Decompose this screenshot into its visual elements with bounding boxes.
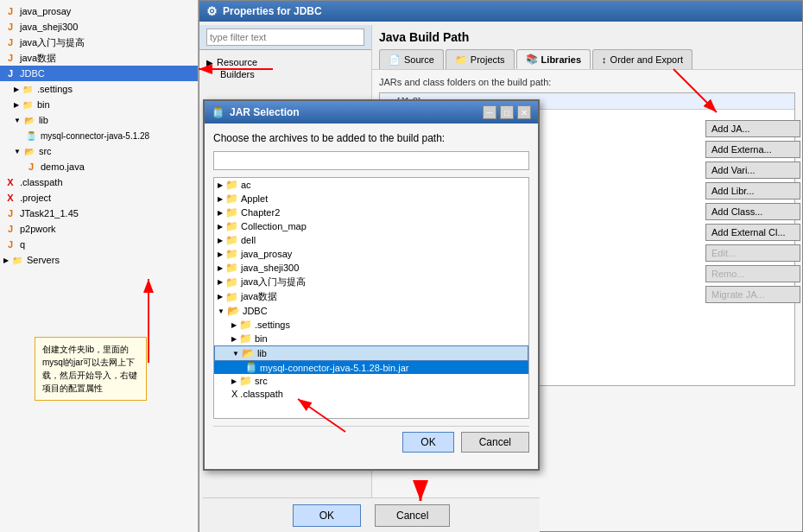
libraries-tab-icon: 📚 [526,54,538,65]
jar-tree-chapter2[interactable]: ▶ 📁 Chapter2 [214,206,528,219]
expand-icon: ▶ [231,321,237,329]
add-variable-button[interactable]: Add Vari... [705,162,800,179]
add-library-button[interactable]: Add Libr... [705,182,800,200]
properties-title: Properties for JDBC [223,5,322,17]
tab-order-export[interactable]: ↕ Order and Export [592,49,692,69]
tree-item-p2pwork[interactable]: J p2pwork [0,221,198,237]
folder-open-icon: 📂 [242,347,255,359]
expand-icon: ▼ [232,350,239,358]
tree-item-servers[interactable]: ▶ 📁 Servers [0,252,198,268]
jar-tree-mysql-jar[interactable]: 🫙 mysql-connector-java-5.1.28-bin.jar [214,361,528,374]
jar-tree-jdbc-settings[interactable]: ▶ 📁 .settings [214,318,528,332]
jar-tree-java-sheji300[interactable]: ▶ 📁 java_sheji300 [214,261,528,275]
jar-tree-dell[interactable]: ▶ 📁 dell [214,233,528,247]
jar-search-input[interactable] [213,151,529,170]
tree-item-mysql-jar[interactable]: 🫙 mysql-connector-java-5.1.28 [0,128,198,143]
jar-cancel-button[interactable]: Cancel [461,432,529,453]
ide-panel: J java_prosay J java_sheji300 J java入门与提… [0,0,199,532]
jar-tree-java-prosay[interactable]: ▶ 📁 java_prosay [214,247,528,261]
tree-item-q[interactable]: J q [0,237,198,252]
expand-icon: ▶ [218,264,223,272]
expand-icon: ▶ [218,237,223,244]
expand-icon: ▶ [3,256,9,264]
tree-item-src[interactable]: ▼ 📂 src [0,143,198,159]
folder-icon: 📁 [225,262,238,274]
file-icon: X [231,389,237,399]
xml-file-icon: X [3,191,17,205]
folder-icon: 📁 [225,248,238,260]
annotation-text: 创建文件夹lib，里面的mysql的jar可以去网上下载，然后开始导入，右键项目… [42,345,137,393]
jar-selection-dialog: 🫙 JAR Selection ─ □ ✕ Choose the archive… [203,99,540,471]
tab-projects[interactable]: 📁 Projects [446,49,515,69]
tree-item-java-data[interactable]: J java数据 [0,50,198,66]
sidebar-item-label: Resource [217,57,257,67]
folder-icon: 📁 [225,276,238,288]
folder-icon: 📁 [225,220,238,232]
properties-titlebar: ⚙ Properties for JDBC [199,1,802,22]
java-project-icon: J [3,51,17,65]
tab-source-label: Source [404,54,434,65]
jar-tree-jdbc-lib[interactable]: ▼ 📂 lib [214,345,528,361]
remove-button[interactable]: Remo... [705,265,800,282]
tab-libraries-label: Libraries [541,54,581,65]
main-dialog-bottom: OK Cancel [203,497,540,532]
jar-tree-jdbc-src[interactable]: ▶ 📁 src [214,374,528,388]
folder-icon: 📁 [239,375,252,387]
main-cancel-button[interactable]: Cancel [375,504,450,527]
tree-item-demo-java[interactable]: J demo.java [0,159,198,174]
java-project-icon: J [3,35,17,49]
tree-item-lib[interactable]: ▼ 📂 lib [0,112,198,128]
add-external-class-button[interactable]: Add External Cl... [705,224,800,241]
java-file-icon: J [24,160,38,174]
tree-item-jtask[interactable]: J JTask21_1.45 [0,206,198,221]
edit-button[interactable]: Edit... [705,244,800,262]
jar-tree-ac[interactable]: ▶ 📁 ac [214,178,528,192]
jar-title-controls: ─ □ ✕ [483,105,531,119]
jar-tree-java-intro[interactable]: ▶ 📁 java入门与提高 [214,275,528,289]
add-jar-button[interactable]: Add JA... [705,120,800,137]
jar-tree-container[interactable]: ▶ 📁 ac ▶ 📁 Applet ▶ 📁 Chapter2 ▶ 📁 Colle… [213,177,529,419]
expand-icon: ▼ [218,307,224,315]
sidebar-resource-builders[interactable]: ▶ Resource [206,55,364,69]
right-buttons: Add JA... Add Externa... Add Vari... Add… [705,120,800,303]
folder-icon: 📁 [10,253,24,267]
jar-dialog-buttons: OK Cancel [213,426,529,458]
minimize-button[interactable]: ─ [483,105,496,119]
expand-icon: ▶ [218,209,223,217]
tree-item-java-sheji300[interactable]: J java_sheji300 [0,19,198,35]
add-class-button[interactable]: Add Class... [705,203,800,220]
maximize-button[interactable]: □ [500,105,514,119]
annotation-box: 创建文件夹lib，里面的mysql的jar可以去网上下载，然后开始导入，右键项目… [35,337,147,401]
properties-search[interactable] [206,28,364,46]
tab-libraries[interactable]: 📚 Libraries [516,49,591,69]
jar-tree-jdbc-bin[interactable]: ▶ 📁 bin [214,332,528,345]
tree-item-classpath[interactable]: X .classpath [0,174,198,190]
tree-item-settings[interactable]: ▶ 📁 .settings [0,81,198,97]
expand-icon: ▼ [14,148,21,155]
jar-tree-jdbc[interactable]: ▼ 📂 JDBC [214,304,528,318]
jar-tree-applet[interactable]: ▶ 📁 Applet [214,192,528,206]
tree-item-bin[interactable]: ▶ 📁 bin [0,97,198,112]
folder-open-icon: 📂 [22,113,36,127]
java-project-icon: J [3,4,17,18]
jar-dialog-titlebar: 🫙 JAR Selection ─ □ ✕ [205,101,538,124]
add-external-button[interactable]: Add Externa... [705,141,800,158]
tree-item-project[interactable]: X .project [0,190,198,206]
tree-item-jdbc[interactable]: J JDBC [0,66,198,81]
tab-source[interactable]: 📄 Source [379,49,444,69]
tree-item-java-prosay[interactable]: J java_prosay [0,3,198,19]
jar-tree-jdbc-classpath[interactable]: X .classpath [214,388,528,400]
close-button[interactable]: ✕ [517,105,531,119]
jar-instruction: Choose the archives to be added to the b… [213,132,529,144]
projects-tab-icon: 📁 [455,54,467,66]
jar-tree-java-data[interactable]: ▶ 📁 java数据 [214,289,528,304]
main-ok-button[interactable]: OK [293,504,361,527]
jar-dialog-title: JAR Selection [230,106,300,118]
jar-tree-collection[interactable]: ▶ 📁 Collection_map [214,219,528,233]
expand-icon: ▶ [218,250,223,258]
expand-icon: ▶ [206,58,213,67]
migrate-button[interactable]: Migrate JA... [705,286,800,303]
tree-item-java-intro[interactable]: J java入门与提高 [0,35,198,50]
jar-ok-button[interactable]: OK [402,432,453,453]
tab-order-label: Order and Export [610,54,683,65]
